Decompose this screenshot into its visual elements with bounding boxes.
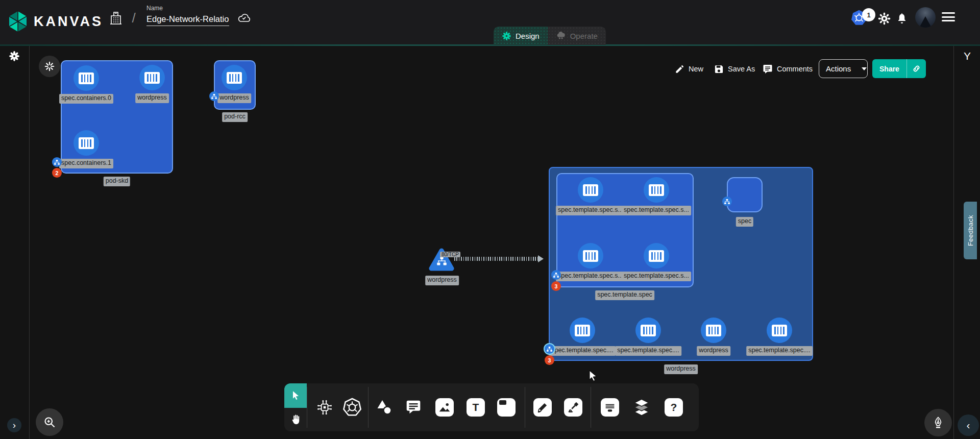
design-name-input[interactable] (146, 13, 229, 26)
node-label: spec (736, 217, 753, 227)
archive-drawer-icon (601, 398, 619, 417)
pen-mode-button[interactable] (924, 409, 952, 436)
share-button[interactable]: Share (872, 59, 926, 78)
node-label: spec.template.spec.... (615, 346, 681, 356)
left-rail-divider (29, 46, 30, 439)
node-label: spec.template.spec.... (549, 346, 616, 356)
save-icon (714, 64, 724, 74)
node-spec[interactable] (727, 177, 763, 212)
mode-tabs: Design Operate (494, 27, 606, 45)
pod-badge-icon[interactable] (551, 270, 561, 280)
group-label-deployment: wordpress (664, 364, 698, 374)
design-name-label: Name (146, 5, 163, 12)
node-label: spec.template.spec.s... (556, 206, 625, 215)
tab-operate[interactable]: Operate (548, 27, 606, 45)
share-label[interactable]: Share (872, 59, 906, 78)
node-label: wordpress (425, 276, 459, 285)
right-rail-divider (953, 46, 954, 439)
note-tab-icon (497, 398, 516, 417)
node-label: wordpress (697, 346, 730, 356)
settings-gear-icon[interactable] (876, 11, 892, 26)
kanvas-logo[interactable]: KANVAS (7, 10, 103, 33)
new-label: New (689, 65, 703, 73)
container-icon (767, 318, 792, 343)
error-count-badge[interactable]: 3 (545, 355, 554, 365)
feedback-label: Feedback (967, 215, 974, 246)
toolbar-divider (368, 387, 369, 428)
comment-tool[interactable] (402, 396, 425, 419)
node-label: spec.template.spec.s... (556, 272, 625, 281)
note-tool[interactable] (495, 396, 518, 419)
shapes-icon (374, 397, 394, 418)
toolbar-divider (591, 387, 591, 428)
pen-path-tool[interactable] (531, 396, 554, 419)
kanvas-hexagon-icon (7, 10, 29, 33)
header-accent-divider (0, 44, 980, 46)
pod-badge-icon[interactable] (722, 197, 732, 206)
help-tool[interactable]: ? (663, 396, 685, 419)
collapse-right-panel-button[interactable]: ‹ (958, 414, 979, 436)
question-icon: ? (665, 398, 683, 417)
edge-port-label: 80/TCP (440, 252, 460, 257)
group-spec-template-spec[interactable] (556, 173, 694, 287)
user-avatar[interactable] (915, 7, 936, 28)
hamburger-menu-icon[interactable] (942, 12, 955, 24)
cloud-saved-icon[interactable] (236, 11, 252, 25)
drawer-tool[interactable] (599, 396, 621, 419)
tab-design[interactable]: Design (494, 27, 548, 45)
mouse-cursor (587, 370, 599, 384)
expand-left-panel-button[interactable]: › (7, 418, 21, 432)
edge-service-to-deployment[interactable] (454, 257, 538, 261)
brand-wordmark: KANVAS (34, 14, 103, 30)
error-count-badge[interactable]: 2 (52, 168, 62, 178)
text-tool[interactable]: T (464, 396, 487, 419)
group-label-pod-skd: pod-skd (104, 177, 130, 186)
error-count-badge[interactable]: 3 (551, 281, 561, 291)
select-tool[interactable] (284, 383, 307, 408)
actions-label[interactable]: Actions (819, 60, 857, 78)
components-tool[interactable] (313, 396, 336, 419)
pod-badge-icon[interactable] (545, 344, 554, 354)
actions-dropdown-button[interactable]: Actions (819, 59, 868, 78)
actions-caret[interactable] (857, 60, 871, 78)
notifications-bell-icon[interactable] (895, 11, 909, 26)
cursor-arrow-icon (290, 390, 301, 401)
breadcrumb-separator: / (129, 8, 139, 28)
feedback-tab[interactable]: Feedback (964, 202, 977, 259)
pod-badge-icon[interactable] (52, 157, 62, 167)
shapes-tool[interactable] (373, 396, 395, 419)
container-icon (644, 243, 669, 269)
kanvas-app: { "header": { "brand": "KANVAS", "name_l… (0, 0, 980, 439)
container-icon (74, 130, 99, 156)
pen-nib-icon (931, 416, 945, 430)
right-panel-toggle[interactable]: Y (962, 50, 973, 62)
pod-badge-icon[interactable] (209, 91, 219, 101)
operate-icon (556, 31, 566, 41)
design-flower-icon (502, 31, 511, 41)
circuit-chip-icon (314, 397, 335, 418)
toolbar-divider (525, 387, 525, 428)
save-as-label: Save As (728, 65, 755, 73)
freehand-draw-tool[interactable] (562, 396, 584, 419)
group-label-template: spec.template.spec (595, 290, 654, 300)
save-as-button[interactable]: Save As (714, 60, 755, 78)
group-label-pod-rcc: pod-rcc (222, 112, 248, 122)
kubernetes-count-badge[interactable]: 1 (862, 8, 875, 21)
new-button[interactable]: New (675, 60, 703, 78)
layers-tool[interactable] (630, 396, 653, 419)
container-icon (644, 177, 669, 203)
container-icon (74, 65, 99, 91)
workspace-building-icon[interactable] (109, 10, 123, 26)
comment-bubble-icon (404, 398, 423, 417)
copy-link-button[interactable] (907, 59, 926, 78)
kubernetes-tool[interactable] (341, 396, 363, 419)
comments-button[interactable]: Comments (763, 60, 813, 78)
pan-tool[interactable] (284, 408, 307, 431)
zoom-search-button[interactable] (36, 408, 63, 436)
text-icon: T (467, 398, 485, 417)
image-tool[interactable] (433, 396, 456, 419)
sidebar-flower-icon[interactable] (9, 51, 20, 64)
node-label: spec.template.spec.s... (622, 206, 691, 215)
tab-operate-label: Operate (570, 32, 598, 40)
container-icon (578, 243, 603, 269)
